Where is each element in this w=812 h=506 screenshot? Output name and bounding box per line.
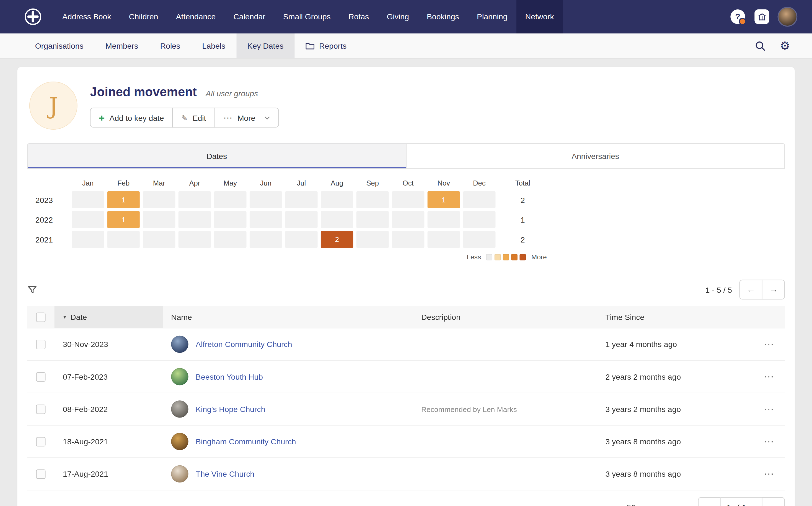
keypad-icon[interactable] — [754, 9, 769, 24]
heatmap-cell[interactable] — [463, 191, 495, 208]
top-navigation-bar: Address BookChildrenAttendanceCalendarSm… — [0, 0, 812, 33]
heatmap-cell[interactable] — [356, 231, 389, 248]
filter-icon[interactable] — [27, 284, 37, 294]
row-actions-button[interactable]: ⋯ — [764, 338, 774, 350]
row-actions-button[interactable]: ⋯ — [764, 435, 774, 447]
nav-item-attendance[interactable]: Attendance — [167, 0, 225, 33]
per-page-label: 50 per page — [627, 503, 669, 506]
heatmap-cell[interactable] — [72, 211, 104, 228]
heatmap-cell[interactable] — [321, 211, 353, 228]
heatmap-cell[interactable] — [250, 191, 282, 208]
heatmap-cell[interactable] — [463, 231, 495, 248]
column-header-name[interactable]: Name — [163, 306, 413, 328]
per-page-select[interactable]: 50 per page — [627, 503, 679, 506]
nav-item-giving[interactable]: Giving — [378, 0, 418, 33]
heatmap-cell[interactable] — [143, 211, 175, 228]
heatmap-cell[interactable] — [285, 231, 318, 248]
heatmap-cell[interactable]: 2 — [321, 231, 353, 248]
organisation-link[interactable]: Alfreton Community Church — [196, 340, 292, 349]
edit-button[interactable]: ✎ Edit — [173, 107, 215, 128]
heatmap-cell[interactable] — [392, 191, 424, 208]
column-header-date[interactable]: ▾ Date — [55, 306, 163, 328]
heatmap-cell[interactable]: 1 — [108, 211, 140, 228]
heatmap-cell[interactable] — [214, 231, 246, 248]
subnav-item-reports[interactable]: Reports — [294, 33, 357, 58]
select-all-checkbox[interactable] — [36, 313, 45, 322]
nav-item-calendar[interactable]: Calendar — [224, 0, 274, 33]
heatmap-cell[interactable]: 1 — [427, 191, 460, 208]
row-checkbox[interactable] — [36, 469, 45, 479]
page-select[interactable]: 1 of 1 — [721, 497, 762, 506]
next-page-icon[interactable]: → — [762, 497, 785, 506]
add-to-key-date-button[interactable]: + Add to key date — [90, 107, 173, 128]
legend-swatches — [486, 254, 526, 260]
settings-gear-icon[interactable]: ⚙ — [780, 40, 790, 52]
nav-item-small-groups[interactable]: Small Groups — [274, 0, 340, 33]
heatmap-cell[interactable] — [285, 191, 318, 208]
row-actions-button[interactable]: ⋯ — [764, 403, 774, 415]
user-avatar[interactable] — [779, 8, 796, 25]
more-button[interactable]: ⋯ More — [214, 107, 279, 128]
row-checkbox[interactable] — [36, 404, 45, 414]
nav-item-address-book[interactable]: Address Book — [53, 0, 120, 33]
nav-item-network[interactable]: Network — [517, 0, 563, 33]
row-actions-button[interactable]: ⋯ — [764, 468, 774, 480]
row-checkbox[interactable] — [36, 372, 45, 381]
next-page-icon[interactable]: → — [762, 279, 785, 300]
page-title: Joined movement — [90, 85, 197, 99]
heatmap-cell[interactable] — [179, 211, 211, 228]
heatmap-cell[interactable] — [427, 231, 460, 248]
nav-item-children[interactable]: Children — [120, 0, 167, 33]
heatmap-cell[interactable] — [214, 191, 246, 208]
heatmap-cell[interactable] — [427, 211, 460, 228]
subnav-item-labels[interactable]: Labels — [191, 33, 236, 58]
heatmap-cell[interactable] — [250, 211, 282, 228]
column-header-description[interactable]: Description — [413, 306, 597, 328]
subnav-item-organisations[interactable]: Organisations — [24, 33, 94, 58]
prev-page-icon[interactable]: ← — [739, 279, 762, 300]
heatmap-cell[interactable] — [356, 211, 389, 228]
month-label: Oct — [392, 179, 424, 187]
organisation-link[interactable]: King's Hope Church — [196, 405, 265, 413]
app-logo-icon[interactable] — [24, 8, 42, 25]
heatmap-cell[interactable] — [143, 191, 175, 208]
subnav-item-roles[interactable]: Roles — [149, 33, 191, 58]
subnav-item-key-dates[interactable]: Key Dates — [236, 33, 294, 58]
heatmap-cell[interactable]: 1 — [108, 191, 140, 208]
month-label: Jun — [250, 179, 282, 187]
heatmap-cell[interactable] — [463, 211, 495, 228]
heatmap-cell[interactable] — [72, 191, 104, 208]
column-header-time-since[interactable]: Time Since — [597, 306, 753, 328]
result-range: 1 - 5 / 5 — [705, 285, 732, 294]
heatmap-cell[interactable] — [392, 231, 424, 248]
heatmap-cell[interactable] — [285, 211, 318, 228]
organisation-link[interactable]: The Vine Church — [196, 470, 254, 478]
row-actions-button[interactable]: ⋯ — [764, 370, 774, 383]
heatmap-cell[interactable] — [179, 191, 211, 208]
row-checkbox[interactable] — [36, 437, 45, 446]
heatmap-cell[interactable] — [108, 231, 140, 248]
tab-anniversaries[interactable]: Anniversaries — [406, 144, 784, 168]
heatmap-cell[interactable] — [356, 191, 389, 208]
nav-item-bookings[interactable]: Bookings — [418, 0, 468, 33]
nav-item-planning[interactable]: Planning — [468, 0, 517, 33]
heatmap-cell[interactable] — [321, 191, 353, 208]
subnav-item-members[interactable]: Members — [94, 33, 149, 58]
heatmap-cell[interactable] — [214, 211, 246, 228]
heatmap-cell[interactable] — [72, 231, 104, 248]
heatmap-cell[interactable] — [179, 231, 211, 248]
heatmap-cell[interactable] — [392, 211, 424, 228]
tab-dates[interactable]: Dates — [28, 144, 406, 168]
row-checkbox[interactable] — [36, 340, 45, 349]
legend-swatch — [520, 254, 526, 260]
help-icon[interactable]: ? — [730, 9, 745, 24]
organisation-link[interactable]: Bingham Community Church — [196, 437, 296, 446]
subnav-item-label: Reports — [319, 41, 346, 50]
heatmap-cell[interactable] — [143, 231, 175, 248]
search-icon[interactable] — [755, 40, 766, 52]
row-date: 18-Aug-2021 — [55, 437, 163, 446]
organisation-link[interactable]: Beeston Youth Hub — [196, 372, 263, 381]
heatmap-cell[interactable] — [250, 231, 282, 248]
prev-page-icon[interactable]: ← — [698, 497, 721, 506]
nav-item-rotas[interactable]: Rotas — [340, 0, 378, 33]
